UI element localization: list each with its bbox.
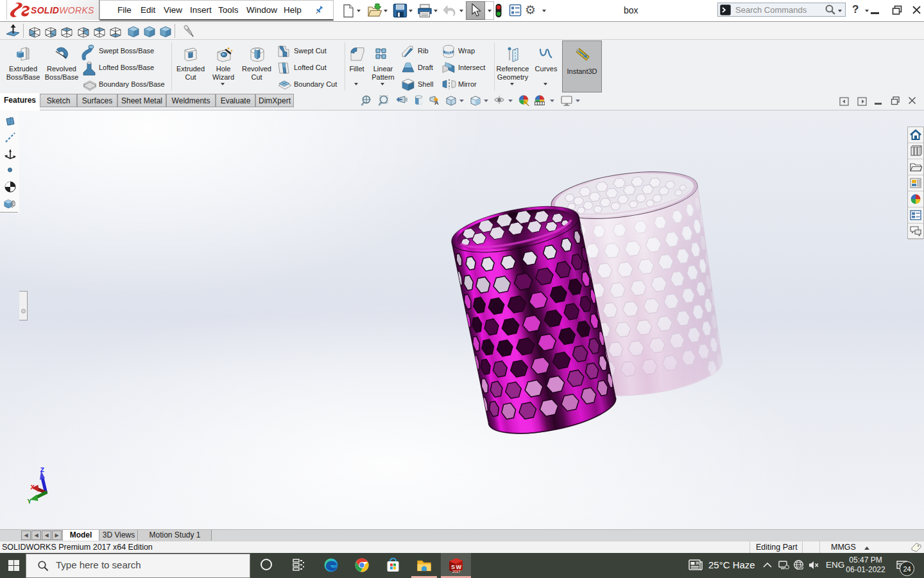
svg-text:GD: GD	[445, 50, 452, 55]
svg-text:X: X	[31, 484, 35, 491]
svg-text:2017: 2017	[452, 570, 460, 574]
svg-text:Y: Y	[28, 498, 32, 505]
svg-text:A: A	[434, 100, 439, 106]
svg-text:Z: Z	[40, 466, 45, 474]
